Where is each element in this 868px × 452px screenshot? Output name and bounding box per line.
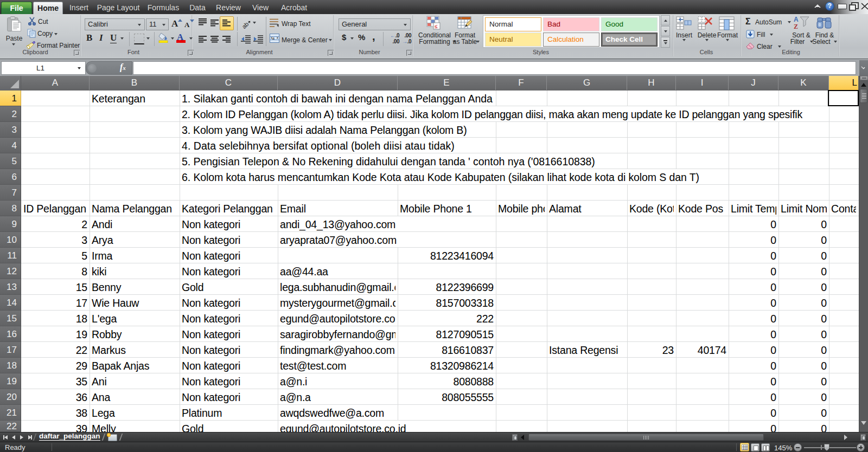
svg-text:a: a	[272, 35, 275, 41]
svg-text:Z: Z	[794, 23, 798, 30]
svg-text:A: A	[794, 16, 799, 23]
svg-text:ab: ab	[241, 21, 250, 29]
svg-text:≤: ≤	[435, 23, 438, 29]
